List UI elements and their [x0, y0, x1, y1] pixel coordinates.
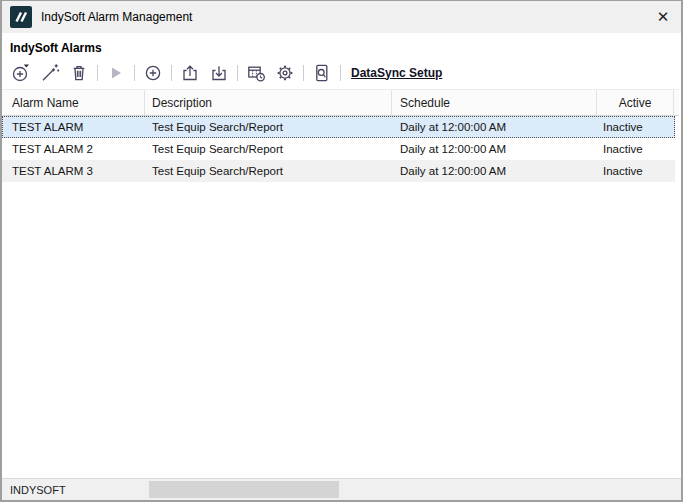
cell-description: Test Equip Search/Report: [145, 143, 392, 155]
play-icon: [106, 63, 126, 83]
column-header-schedule[interactable]: Schedule: [392, 90, 597, 115]
alarms-table: Alarm Name Description Schedule Active T…: [2, 89, 679, 182]
close-button[interactable]: ✕: [645, 3, 681, 31]
document-magnifier-icon: [312, 63, 332, 83]
table-clock-icon: [246, 63, 266, 83]
column-header-description[interactable]: Description: [145, 90, 392, 115]
cell-alarm-name: TEST ALARM: [2, 121, 145, 133]
table-row[interactable]: TEST ALARM Test Equip Search/Report Dail…: [2, 116, 675, 138]
column-header-active[interactable]: Active: [597, 90, 674, 115]
import-button[interactable]: [208, 62, 230, 83]
export-button[interactable]: [179, 62, 201, 83]
datasync-setup-link[interactable]: DataSync Setup: [351, 66, 442, 80]
toolbar-separator: [171, 65, 172, 81]
add-alarm-dropdown-button[interactable]: [10, 62, 32, 83]
upload-tray-icon: [180, 63, 200, 83]
app-window: IndySoft Alarm Management ✕ IndySoft Ala…: [0, 0, 683, 502]
cell-schedule: Daily at 12:00:00 AM: [392, 165, 597, 177]
indysoft-logo-icon: [10, 6, 32, 28]
cell-alarm-name: TEST ALARM 2: [2, 143, 145, 155]
toolbar-separator: [97, 65, 98, 81]
cell-active: Inactive: [597, 165, 675, 177]
toolbar-separator: [237, 65, 238, 81]
run-alarm-button[interactable]: [105, 62, 127, 83]
gear-icon: [275, 63, 295, 83]
status-label: INDYSOFT: [10, 484, 66, 496]
delete-alarm-button[interactable]: [68, 62, 90, 83]
cell-description: Test Equip Search/Report: [145, 121, 392, 133]
cell-active: Inactive: [597, 143, 675, 155]
table-header-row: Alarm Name Description Schedule Active: [2, 89, 679, 116]
cell-alarm-name: TEST ALARM 3: [2, 165, 145, 177]
settings-button[interactable]: [274, 62, 296, 83]
status-bar: INDYSOFT: [2, 478, 681, 500]
title-bar: IndySoft Alarm Management ✕: [2, 1, 681, 33]
cell-schedule: Daily at 12:00:00 AM: [392, 143, 597, 155]
toolbar: DataSync Setup: [2, 59, 681, 89]
download-tray-icon: [209, 63, 229, 83]
status-progress-panel: [149, 481, 339, 498]
column-header-alarm-name[interactable]: Alarm Name: [2, 90, 145, 115]
table-row[interactable]: TEST ALARM 2 Test Equip Search/Report Da…: [2, 138, 675, 160]
circle-plus-icon: [143, 63, 163, 83]
toolbar-separator: [340, 65, 341, 81]
cell-description: Test Equip Search/Report: [145, 165, 392, 177]
circle-plus-dropdown-icon: [11, 63, 31, 83]
preview-button[interactable]: [311, 62, 333, 83]
table-row[interactable]: TEST ALARM 3 Test Equip Search/Report Da…: [2, 160, 675, 182]
window-title: IndySoft Alarm Management: [41, 10, 192, 24]
edit-alarm-button[interactable]: [39, 62, 61, 83]
cell-schedule: Daily at 12:00:00 AM: [392, 121, 597, 133]
toolbar-separator: [303, 65, 304, 81]
trash-icon: [69, 63, 89, 83]
page-title: IndySoft Alarms: [2, 33, 681, 59]
magic-wand-icon: [40, 63, 60, 83]
schedule-button[interactable]: [245, 62, 267, 83]
toolbar-separator: [134, 65, 135, 81]
add-circle-button[interactable]: [142, 62, 164, 83]
cell-active: Inactive: [597, 121, 675, 133]
